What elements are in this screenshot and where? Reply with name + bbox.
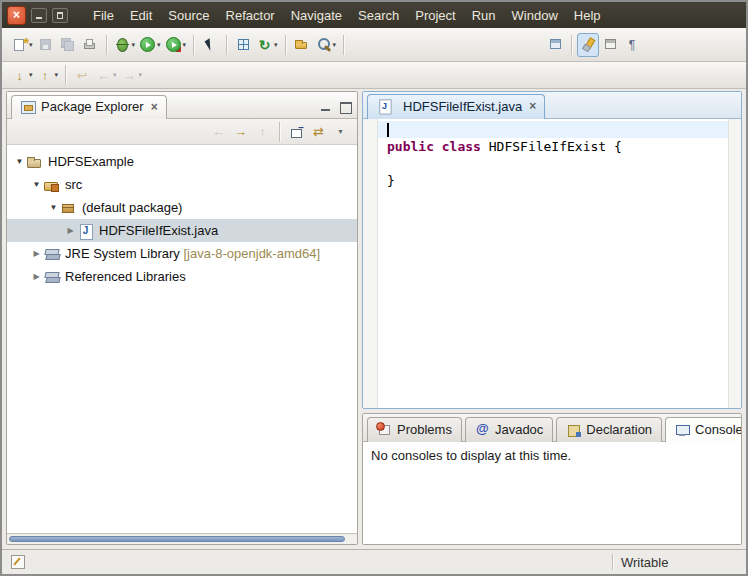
menu-run[interactable]: Run xyxy=(464,4,504,27)
show-whitespace-button[interactable] xyxy=(621,33,643,57)
back-button[interactable] xyxy=(208,121,229,142)
search-button[interactable]: ▾ xyxy=(313,33,339,57)
horizontal-scrollbar[interactable] xyxy=(7,533,357,544)
tab-declaration[interactable]: Declaration xyxy=(556,417,662,442)
block-selection-button[interactable] xyxy=(599,33,621,57)
tree-item-label: (default package) xyxy=(82,200,182,215)
code-token: public class xyxy=(387,139,489,154)
collapse-all-button[interactable] xyxy=(286,121,307,142)
code-area[interactable]: public class HDFSFileIfExist {} xyxy=(378,119,728,408)
next-annotation-icon xyxy=(11,67,28,84)
menu-window[interactable]: Window xyxy=(504,4,566,27)
tab-problems[interactable]: Problems xyxy=(367,417,462,442)
next-annotation-button[interactable]: ▾ xyxy=(9,63,35,87)
minimize-view-button[interactable] xyxy=(318,100,334,114)
print-button[interactable] xyxy=(79,33,101,57)
forward-button[interactable] xyxy=(230,121,251,142)
open-folder-button[interactable] xyxy=(291,33,313,57)
view-menu-button[interactable] xyxy=(330,121,351,142)
run-button[interactable]: ▾ xyxy=(137,33,163,57)
menu-source[interactable]: Source xyxy=(160,4,217,27)
tree-item[interactable]: ▶Referenced Libraries xyxy=(7,265,357,288)
tab-package-explorer[interactable]: Package Explorer × xyxy=(11,95,167,119)
dropdown-caret-icon[interactable]: ▾ xyxy=(139,71,143,79)
annotation-ruler[interactable] xyxy=(363,119,378,408)
tree-item-label: HDFSFileIfExist.java xyxy=(99,223,218,238)
link-with-editor-icon xyxy=(310,123,327,140)
tree-item[interactable]: ▶HDFSFileIfExist.java xyxy=(7,219,357,242)
code-line[interactable] xyxy=(378,155,728,172)
tab-javadoc[interactable]: Javadoc xyxy=(465,417,553,442)
menu-project[interactable]: Project xyxy=(407,4,463,27)
statusbar: Writable xyxy=(2,549,746,574)
close-editor-icon[interactable]: × xyxy=(529,100,536,112)
close-icon: × xyxy=(13,9,20,21)
dropdown-caret-icon[interactable]: ▾ xyxy=(333,41,337,49)
declaration-icon xyxy=(566,423,581,437)
tab-console[interactable]: Console xyxy=(665,417,742,442)
dropdown-caret-icon[interactable]: ▾ xyxy=(132,41,136,49)
window-minimize-button[interactable] xyxy=(31,8,47,23)
library-icon xyxy=(43,269,60,285)
close-view-icon[interactable]: × xyxy=(151,101,158,113)
print-icon xyxy=(81,36,98,53)
code-line[interactable]: } xyxy=(378,172,728,189)
debug-button[interactable]: ▾ xyxy=(112,33,138,57)
last-edit-location-button[interactable] xyxy=(71,63,93,87)
new-java-project-button[interactable] xyxy=(232,33,254,57)
link-with-editor-button[interactable] xyxy=(308,121,329,142)
srcfolder-icon xyxy=(43,177,60,193)
collapse-arrow-icon[interactable]: ▼ xyxy=(47,203,60,212)
editor-tab[interactable]: HDFSFileIfExist.java × xyxy=(367,94,545,119)
mark-occurrences-button[interactable] xyxy=(577,33,599,57)
trim-restore-icon[interactable] xyxy=(9,554,27,570)
menu-file[interactable]: File xyxy=(85,4,122,27)
dropdown-caret-icon[interactable]: ▾ xyxy=(274,41,278,49)
dropdown-caret-icon[interactable]: ▾ xyxy=(157,41,161,49)
selection-pointer-icon xyxy=(202,36,219,53)
code-line[interactable]: public class HDFSFileIfExist { xyxy=(378,138,728,155)
tree-item[interactable]: ▶JRE System Library [java-8-openjdk-amd6… xyxy=(7,242,357,265)
dropdown-caret-icon[interactable]: ▾ xyxy=(183,41,187,49)
menu-help[interactable]: Help xyxy=(566,4,609,27)
overview-ruler[interactable] xyxy=(728,119,741,408)
up-button[interactable] xyxy=(252,121,273,142)
save-icon xyxy=(37,36,54,53)
save-button[interactable] xyxy=(35,33,57,57)
maximize-view-button[interactable] xyxy=(337,100,353,114)
scrollbar-thumb[interactable] xyxy=(9,536,345,542)
window-maximize-button[interactable] xyxy=(52,8,68,23)
tree-item[interactable]: ▼HDFSExample xyxy=(7,150,357,173)
refresh-button[interactable]: ▾ xyxy=(254,33,280,57)
save-all-button[interactable] xyxy=(57,33,79,57)
open-perspective-button[interactable] xyxy=(544,33,566,57)
code-line[interactable] xyxy=(378,121,728,138)
selection-pointer-button[interactable] xyxy=(199,33,221,57)
dropdown-caret-icon[interactable]: ▾ xyxy=(113,71,117,79)
tree-item[interactable]: ▼src xyxy=(7,173,357,196)
previous-annotation-button[interactable]: ▾ xyxy=(35,63,61,87)
new-wizard-button[interactable]: ▾ xyxy=(9,33,35,57)
collapse-arrow-icon[interactable]: ▼ xyxy=(30,180,43,189)
dropdown-caret-icon[interactable]: ▾ xyxy=(29,71,33,79)
save-all-icon xyxy=(59,36,76,53)
back-button[interactable]: ▾ xyxy=(93,63,119,87)
expand-arrow-icon[interactable]: ▶ xyxy=(30,249,43,258)
dropdown-caret-icon[interactable]: ▾ xyxy=(29,41,33,49)
menu-search[interactable]: Search xyxy=(350,4,407,27)
dropdown-caret-icon[interactable]: ▾ xyxy=(55,71,59,79)
menu-navigate[interactable]: Navigate xyxy=(283,4,350,27)
forward-button[interactable]: ▾ xyxy=(119,63,145,87)
collapse-arrow-icon[interactable]: ▼ xyxy=(13,157,26,166)
window-close-button[interactable]: × xyxy=(7,6,26,25)
run-external-tools-button[interactable]: ▾ xyxy=(163,33,189,57)
menu-edit[interactable]: Edit xyxy=(122,4,160,27)
tab-label: Console xyxy=(695,422,742,437)
main-area: Package Explorer × ▼HDFSExample▼src▼(def… xyxy=(2,89,746,549)
javafile-icon xyxy=(77,223,94,239)
menu-refactor[interactable]: Refactor xyxy=(218,4,283,27)
expand-arrow-icon[interactable]: ▶ xyxy=(64,226,77,235)
debug-icon xyxy=(114,36,131,53)
tree-item[interactable]: ▼(default package) xyxy=(7,196,357,219)
expand-arrow-icon[interactable]: ▶ xyxy=(30,272,43,281)
